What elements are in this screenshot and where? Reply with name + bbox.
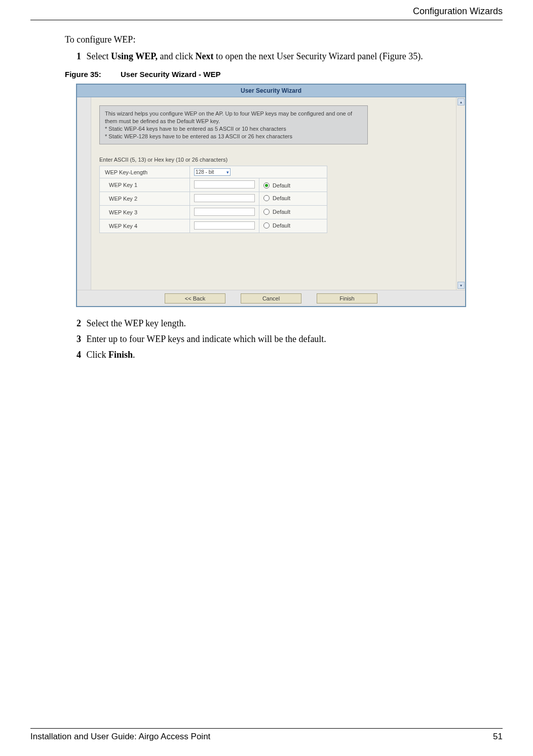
step-1-text-e: to open the next User Security Wizard pa… <box>214 51 423 61</box>
step-2-num: 2 <box>70 318 81 329</box>
step-2: 2 Select the WEP key length. <box>70 318 503 329</box>
wizard-title: User Security Wizard <box>77 85 465 97</box>
wep-key-4-label: WEP Key 4 <box>100 219 190 233</box>
wep-key-4-default-label: Default <box>273 222 290 229</box>
step-4-text-a: Click <box>87 350 109 360</box>
wep-key-1-input[interactable] <box>194 180 255 188</box>
row-key-length: WEP Key-Length 128 - bit ▾ <box>100 166 327 178</box>
header-section: Configuration Wizards <box>30 0 503 20</box>
row-wep-key-4: WEP Key 4 Default <box>100 219 327 233</box>
wizard-screenshot: User Security Wizard This wizard helps y… <box>76 84 466 307</box>
row-wep-key-3: WEP Key 3 Default <box>100 206 327 219</box>
wep-key-3-input[interactable] <box>194 208 255 216</box>
scroll-up-icon[interactable]: ▴ <box>458 98 465 105</box>
step-3-num: 3 <box>70 334 81 345</box>
step-3-text: Enter up to four WEP keys and indicate w… <box>87 334 326 344</box>
wep-form-table: WEP Key-Length 128 - bit ▾ WEP Key 1 <box>99 166 327 233</box>
figure-caption: Figure 35:User Security Wizard - WEP <box>65 70 503 79</box>
wizard-help-line1: This wizard helps you configure WEP on t… <box>105 110 362 125</box>
step-4: 4 Click Finish. <box>70 350 503 360</box>
step-2-text: Select the WEP key length. <box>87 318 186 328</box>
scroll-down-icon[interactable]: ▾ <box>458 282 465 289</box>
step-1-text-b: Using WEP, <box>111 51 158 61</box>
wep-key-2-default-radio[interactable] <box>263 195 270 201</box>
step-1-text-c: and click <box>158 51 195 61</box>
wep-key-2-default-label: Default <box>273 195 290 201</box>
step-4-num: 4 <box>70 350 81 360</box>
wep-key-1-label: WEP Key 1 <box>100 178 190 192</box>
wep-key-3-default-radio[interactable] <box>263 209 270 215</box>
key-length-select[interactable]: 128 - bit ▾ <box>194 168 231 176</box>
wep-key-2-label: WEP Key 2 <box>100 192 190 206</box>
wep-key-2-input[interactable] <box>194 194 255 202</box>
wizard-help-line3: * Static WEP-128 keys have to be entered… <box>105 133 362 140</box>
step-4-text-b: Finish <box>108 350 133 360</box>
footer-doc-title: Installation and User Guide: Airgo Acces… <box>30 732 210 742</box>
intro-text: To configure WEP: <box>65 34 503 45</box>
key-length-value: 128 - bit <box>196 169 214 175</box>
figure-number: Figure 35: <box>65 70 121 79</box>
step-3: 3 Enter up to four WEP keys and indicate… <box>70 334 503 345</box>
chevron-down-icon: ▾ <box>226 170 229 175</box>
step-1-text-a: Select <box>87 51 111 61</box>
step-1: 1 Select Using WEP, and click Next to op… <box>70 51 503 62</box>
finish-button[interactable]: Finish <box>317 293 377 304</box>
wizard-left-gutter <box>77 97 91 290</box>
wizard-help-line2: * Static WEP-64 keys have to be entered … <box>105 125 362 133</box>
wep-key-4-default-radio[interactable] <box>263 222 270 229</box>
back-button[interactable]: << Back <box>165 293 225 304</box>
wep-key-1-default-label: Default <box>273 182 290 188</box>
wizard-scrollbar[interactable]: ▴ ▾ <box>456 97 465 290</box>
step-1-text-d: Next <box>196 51 214 61</box>
wizard-info-panel: This wizard helps you configure WEP on t… <box>99 105 368 144</box>
wep-key-1-default-radio[interactable] <box>263 182 270 188</box>
cancel-button[interactable]: Cancel <box>241 293 301 304</box>
row-wep-key-2: WEP Key 2 Default <box>100 192 327 206</box>
wizard-footer: << Back Cancel Finish <box>77 290 465 306</box>
page-footer: Installation and User Guide: Airgo Acces… <box>30 728 503 742</box>
step-1-num: 1 <box>70 51 81 62</box>
footer-page-number: 51 <box>493 732 503 742</box>
wep-key-4-input[interactable] <box>194 221 255 230</box>
wep-key-3-default-label: Default <box>273 209 290 215</box>
row-wep-key-1: WEP Key 1 Default <box>100 178 327 192</box>
wizard-prompt: Enter ASCII (5, 13) or Hex key (10 or 26… <box>99 157 449 163</box>
wep-key-3-label: WEP Key 3 <box>100 206 190 219</box>
figure-title: User Security Wizard - WEP <box>121 70 220 79</box>
step-4-text-c: . <box>133 350 135 360</box>
key-length-label: WEP Key-Length <box>100 166 190 178</box>
